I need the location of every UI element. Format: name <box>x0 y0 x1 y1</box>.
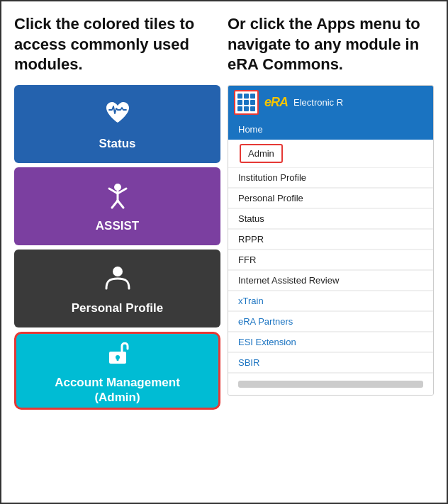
era-dropdown-menu: Home Admin Institution Profile Personal … <box>228 119 433 395</box>
menu-item-ffr[interactable]: FFR <box>228 250 433 270</box>
menu-item-sbir-wrap: SBIR <box>228 353 433 374</box>
menu-item-rppr[interactable]: RPPR <box>228 230 433 250</box>
menu-item-esi-extension[interactable]: ESI Extension <box>228 332 433 352</box>
svg-rect-9 <box>116 357 118 361</box>
era-panel: eRA Electronic R Home Admin Institution … <box>228 85 434 396</box>
profile-icon <box>102 262 133 297</box>
menu-item-internet-assisted-review[interactable]: Internet Assisted Review <box>228 271 433 291</box>
menu-item-status-wrap: Status <box>228 209 433 230</box>
menu-item-personal-profile-wrap: Personal Profile <box>228 189 433 209</box>
tile-status-label: Status <box>99 137 136 151</box>
menu-item-admin[interactable]: Admin <box>240 144 283 163</box>
menu-item-institution-profile[interactable]: Institution Profile <box>228 168 433 188</box>
status-icon <box>102 97 133 133</box>
tile-personal-profile[interactable]: Personal Profile <box>14 250 220 327</box>
era-header-text: Electronic R <box>293 97 343 108</box>
menu-item-rppr-wrap: RPPR <box>228 230 433 250</box>
apps-menu-icon[interactable] <box>234 90 259 115</box>
era-logo-ra: RA <box>271 95 288 109</box>
account-icon <box>102 336 133 371</box>
tile-account-label: Account Management(Admin) <box>55 376 180 405</box>
svg-line-4 <box>112 201 118 208</box>
assist-icon <box>102 179 133 215</box>
svg-point-6 <box>113 267 123 276</box>
menu-item-institution-profile-wrap: Institution Profile <box>228 168 433 189</box>
menu-item-admin-wrapper: Admin <box>228 140 433 168</box>
right-instruction: Or click the Apps menu to navigate to an… <box>228 14 434 75</box>
menu-item-era-partners[interactable]: eRA Partners <box>228 312 433 332</box>
menu-item-esi-extension-wrap: ESI Extension <box>228 332 433 353</box>
menu-item-ffr-wrap: FFR <box>228 250 433 271</box>
era-logo: eRA <box>264 95 288 110</box>
menu-item-era-partners-wrap: eRA Partners <box>228 312 433 332</box>
menu-item-sbir[interactable]: SBIR <box>228 353 433 373</box>
menu-item-xtrain-wrap: xTrain <box>228 291 433 312</box>
tile-profile-label: Personal Profile <box>72 301 163 315</box>
era-logo-e: e <box>264 95 271 109</box>
era-header: eRA Electronic R <box>228 86 433 119</box>
menu-item-personal-profile[interactable]: Personal Profile <box>228 189 433 208</box>
tile-account-management[interactable]: Account Management(Admin) <box>14 332 220 410</box>
scrollbar[interactable] <box>238 381 423 388</box>
scrollbar-area <box>228 374 433 395</box>
menu-item-status[interactable]: Status <box>228 209 433 229</box>
right-column: Or click the Apps menu to navigate to an… <box>228 14 434 414</box>
tile-status[interactable]: Status <box>14 85 220 163</box>
menu-item-iar-wrap: Internet Assisted Review <box>228 271 433 291</box>
tile-assist-label: ASSIST <box>96 219 139 233</box>
tile-assist[interactable]: ASSIST <box>14 167 220 245</box>
svg-line-5 <box>118 201 123 208</box>
menu-item-home[interactable]: Home <box>228 119 433 140</box>
left-instruction: Click the colored tiles to access common… <box>14 14 220 75</box>
left-column: Click the colored tiles to access common… <box>14 14 220 414</box>
menu-item-xtrain[interactable]: xTrain <box>228 291 433 311</box>
